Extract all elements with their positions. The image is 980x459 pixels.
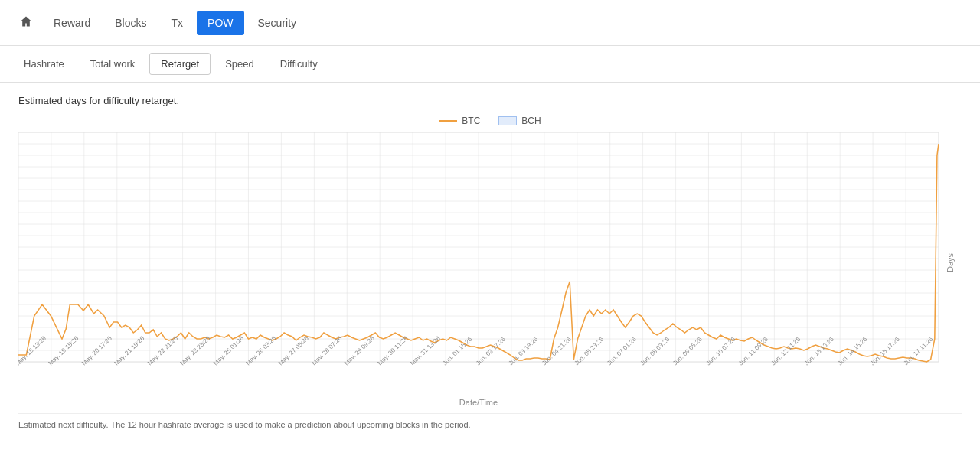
home-button[interactable] [12, 9, 40, 36]
bch-color-swatch [498, 116, 517, 125]
tab-retarget[interactable]: Retarget [149, 53, 211, 75]
chart-wrapper: 0 2 4 6 8 10 12 14 16 18 20 May. 18 13:2… [18, 132, 962, 407]
bch-label: BCH [521, 116, 541, 126]
main-content: Estimated days for difficulty retarget. … [0, 83, 980, 441]
nav-reward[interactable]: Reward [43, 11, 101, 35]
nav-blocks[interactable]: Blocks [104, 11, 157, 35]
top-nav: Reward Blocks Tx POW Security [0, 0, 980, 46]
btc-label: BTC [462, 116, 480, 126]
chart-title: Estimated days for difficulty retarget. [18, 95, 962, 106]
tab-difficulty[interactable]: Difficulty [269, 53, 329, 75]
sub-nav: Hashrate Total work Retarget Speed Diffi… [0, 46, 980, 83]
footer-note: Estimated next difficulty. The 12 hour h… [18, 413, 962, 429]
y-axis-label: Days [939, 132, 962, 392]
nav-security[interactable]: Security [247, 11, 308, 35]
btc-color-swatch [439, 120, 457, 122]
legend-btc: BTC [439, 116, 480, 126]
chart-legend: BTC BCH [18, 116, 962, 126]
tab-total-work[interactable]: Total work [79, 53, 147, 75]
tab-speed[interactable]: Speed [214, 53, 266, 75]
tab-hashrate[interactable]: Hashrate [12, 53, 76, 75]
x-axis-label: Date/Time [18, 398, 939, 407]
nav-pow[interactable]: POW [197, 11, 243, 35]
chart-svg: 0 2 4 6 8 10 12 14 16 18 20 May. 18 13:2… [18, 132, 939, 392]
nav-tx[interactable]: Tx [160, 11, 194, 35]
legend-bch: BCH [498, 116, 541, 126]
